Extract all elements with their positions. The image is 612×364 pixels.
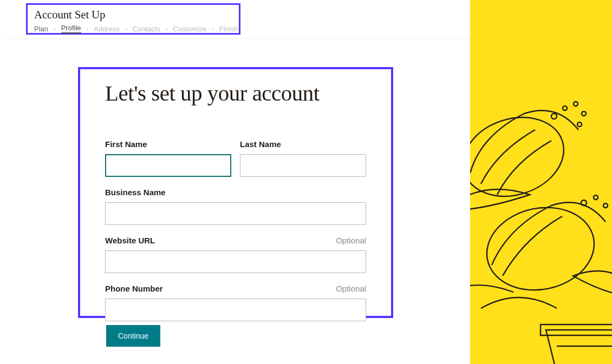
svg-point-4 [582,111,586,116]
svg-point-2 [563,106,567,110]
main-column: Account Set Up Plan › Profile › Address … [0,0,470,364]
chevron-right-icon: › [87,25,89,32]
form-heading: Let's set up your account [105,80,366,106]
chevron-right-icon: › [212,25,214,32]
crumb-contacts: Contacts [133,25,160,33]
chevron-right-icon: › [54,25,56,32]
field-last-name: Last Name [240,140,366,177]
header-highlight: Account Set Up Plan › Profile › Address … [26,3,240,35]
svg-point-8 [594,195,598,200]
business-name-label: Business Name [105,188,166,197]
first-name-input[interactable] [105,154,231,177]
svg-point-9 [603,203,608,208]
svg-point-6 [479,198,602,300]
svg-point-0 [470,105,574,209]
crumb-plan[interactable]: Plan [34,25,48,33]
page-title: Account Set Up [34,8,232,22]
svg-point-5 [577,122,582,127]
website-url-input[interactable] [105,250,366,273]
field-phone-number: Phone Number Optional [105,284,366,321]
svg-point-3 [574,102,578,106]
chevron-right-icon: › [166,25,168,32]
svg-point-1 [551,114,557,119]
last-name-label: Last Name [240,140,281,149]
crumb-address: Address [94,25,120,33]
phone-number-hint: Optional [336,284,366,293]
crumb-customize: Customize [173,25,206,33]
field-first-name: First Name [105,140,231,177]
chevron-right-icon: › [125,25,127,32]
breadcrumb: Plan › Profile › Address › Contacts › Cu… [34,24,232,34]
first-name-label: First Name [105,140,147,149]
field-website-url: Website URL Optional [105,236,366,273]
business-name-input[interactable] [105,202,366,225]
crumb-profile[interactable]: Profile [61,24,81,34]
flower-illustration [470,70,612,364]
last-name-input[interactable] [240,154,366,177]
website-url-hint: Optional [336,236,366,245]
form-highlight: Let's set up your account First Name Las… [78,67,393,318]
website-url-label: Website URL [105,236,155,245]
phone-number-label: Phone Number [105,284,163,293]
phone-number-input[interactable] [105,299,366,321]
field-business-name: Business Name [105,188,366,225]
crumb-finish: Finish [219,25,238,33]
header-divider [6,38,470,39]
continue-button[interactable]: Continue [106,325,160,347]
decorative-panel [470,0,612,364]
